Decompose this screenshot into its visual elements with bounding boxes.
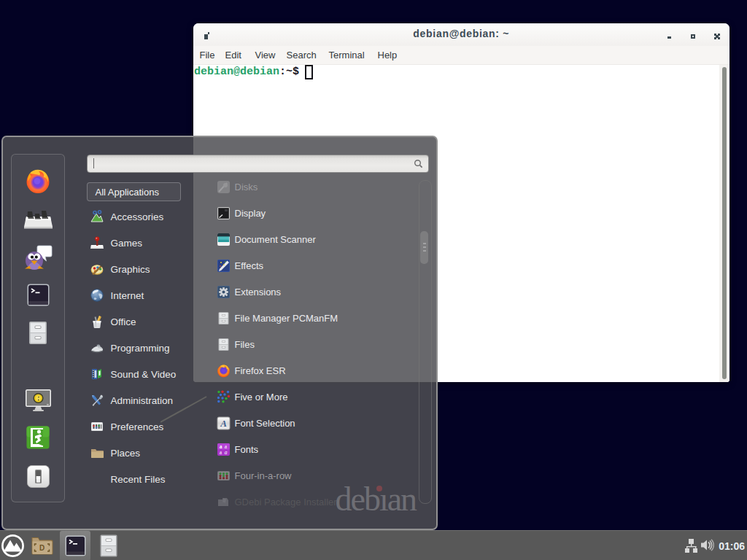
svg-text:D: D: [39, 544, 44, 552]
svg-text:a: a: [224, 449, 227, 456]
svg-text:A: A: [220, 418, 227, 429]
